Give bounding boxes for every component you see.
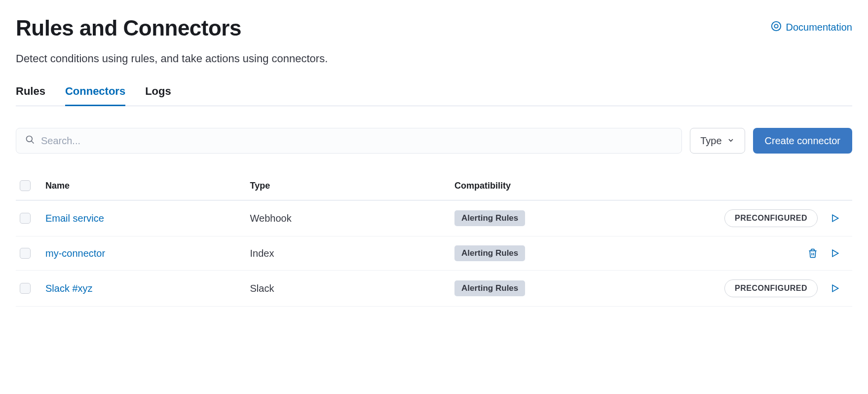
tab-rules[interactable]: Rules xyxy=(16,85,45,106)
row-checkbox[interactable] xyxy=(20,248,31,259)
compatibility-badge: Alerting Rules xyxy=(454,245,525,261)
play-icon[interactable] xyxy=(830,283,840,293)
connector-name-link[interactable]: Email service xyxy=(45,213,104,224)
compatibility-badge: Alerting Rules xyxy=(454,210,525,226)
connector-type: Index xyxy=(250,248,455,259)
table-row: my-connectorIndexAlerting Rules xyxy=(16,236,852,271)
search-input[interactable] xyxy=(41,135,673,147)
row-checkbox[interactable] xyxy=(20,283,31,294)
type-filter-dropdown[interactable]: Type xyxy=(690,128,745,154)
table-row: Email serviceWebhookAlerting RulesPRECON… xyxy=(16,200,852,236)
connector-type: Slack xyxy=(250,283,455,294)
play-icon[interactable] xyxy=(830,248,840,258)
select-all-checkbox[interactable] xyxy=(20,180,31,191)
trash-icon[interactable] xyxy=(808,248,818,258)
svg-point-2 xyxy=(27,136,33,142)
preconfigured-badge: PRECONFIGURED xyxy=(724,209,818,227)
connector-type: Webhook xyxy=(250,213,455,224)
svg-point-0 xyxy=(772,22,781,31)
compatibility-badge: Alerting Rules xyxy=(454,280,525,296)
page-subtitle: Detect conditions using rules, and take … xyxy=(16,52,852,65)
table-row: Slack #xyzSlackAlerting RulesPRECONFIGUR… xyxy=(16,271,852,307)
column-header-type: Type xyxy=(250,181,455,191)
chevron-down-icon xyxy=(727,135,735,147)
search-box[interactable] xyxy=(16,128,682,154)
svg-marker-4 xyxy=(832,215,838,221)
documentation-label: Documentation xyxy=(786,22,852,33)
help-icon xyxy=(771,21,782,34)
tab-connectors[interactable]: Connectors xyxy=(65,85,125,106)
svg-line-3 xyxy=(32,141,34,144)
connector-name-link[interactable]: my-connector xyxy=(45,248,105,259)
documentation-link[interactable]: Documentation xyxy=(771,21,852,34)
svg-point-1 xyxy=(775,24,778,28)
page-title: Rules and Connectors xyxy=(16,16,241,40)
tab-logs[interactable]: Logs xyxy=(145,85,171,106)
tabs: RulesConnectorsLogs xyxy=(16,85,852,106)
row-checkbox[interactable] xyxy=(20,213,31,224)
svg-marker-6 xyxy=(832,285,838,291)
svg-marker-5 xyxy=(832,250,838,256)
connector-name-link[interactable]: Slack #xyz xyxy=(45,283,93,294)
search-icon xyxy=(25,135,41,147)
create-connector-button[interactable]: Create connector xyxy=(753,128,852,154)
type-filter-label: Type xyxy=(700,135,721,147)
column-header-compatibility: Compatibility xyxy=(454,181,679,191)
preconfigured-badge: PRECONFIGURED xyxy=(724,279,818,297)
column-header-name: Name xyxy=(45,181,250,191)
play-icon[interactable] xyxy=(830,213,840,223)
